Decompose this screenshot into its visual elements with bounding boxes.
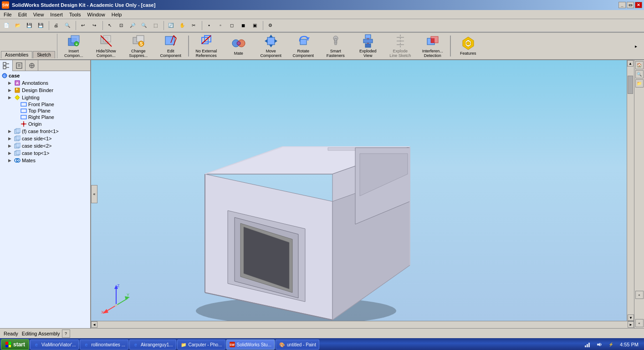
tree-case-front[interactable]: ▶ (f) case front<1>: [7, 128, 89, 135]
sound-icon[interactable]: [594, 340, 605, 350]
section-button[interactable]: ✂: [188, 21, 199, 31]
taskbar-item-paint[interactable]: 🎨 untitled - Paint: [276, 340, 319, 350]
expand-mates[interactable]: ▶: [8, 158, 13, 163]
taskbar-item-rollinon[interactable]: e rollinontwnties ...: [80, 340, 128, 350]
viewport-scrollbar-horizontal[interactable]: ◄ ►: [91, 321, 634, 328]
svg-point-73: [23, 123, 25, 125]
property-manager-tab[interactable]: [13, 60, 26, 71]
expand-case-side2[interactable]: ▶: [8, 144, 13, 148]
minimize-button[interactable]: _: [618, 2, 626, 8]
expand-annotations[interactable]: ▶: [8, 81, 13, 85]
collapse-left-panel-button[interactable]: «: [91, 185, 97, 203]
pan-button[interactable]: ✋: [177, 21, 188, 31]
menu-tools[interactable]: Tools: [66, 11, 84, 18]
zoom-area-button[interactable]: ⬚: [150, 21, 161, 31]
display-style-4[interactable]: ◼: [238, 21, 249, 31]
tab-assemblies[interactable]: Assemblies: [1, 51, 32, 58]
tree-case-side2[interactable]: ▶ case side<2>: [7, 142, 89, 149]
tree-front-plane[interactable]: ▶ Front Plane: [14, 101, 89, 108]
viewport-3d[interactable]: Z X Y ▲ ▼ ◄ ►: [91, 60, 634, 328]
tree-right-plane[interactable]: ▶ Right Plane: [14, 114, 89, 120]
viewport-scrollbar-vertical[interactable]: ▲ ▼: [627, 60, 634, 328]
status-help-button[interactable]: ?: [62, 329, 70, 338]
right-btn-zoom[interactable]: 🔍: [635, 70, 644, 78]
tree-lighting[interactable]: ▶ Lighting: [7, 94, 89, 101]
select-button[interactable]: ↖: [104, 21, 115, 31]
scroll-left-button[interactable]: ◄: [91, 321, 97, 328]
scroll-thumb-v[interactable]: [628, 76, 633, 94]
taskbar-item-viaminor[interactable]: e ViaMinorViator'...: [30, 340, 79, 350]
cmd-interference-detection[interactable]: Interferen...Detection: [417, 34, 449, 58]
expand-design-binder[interactable]: ▶: [8, 88, 13, 93]
print-preview-button[interactable]: 🔍: [62, 21, 73, 31]
right-btn-home[interactable]: 🏠: [635, 61, 644, 69]
battery-icon[interactable]: ⚡: [607, 340, 615, 350]
display-style-3[interactable]: ◻: [226, 21, 237, 31]
open-button[interactable]: 📂: [12, 21, 23, 31]
menu-edit[interactable]: Edit: [15, 11, 30, 18]
scroll-right-button[interactable]: ►: [628, 321, 634, 328]
cmd-mate[interactable]: Mate: [223, 34, 255, 58]
print-button[interactable]: 🖨: [51, 21, 61, 31]
toolbar-sep-2: [74, 21, 76, 30]
cmd-insert-component[interactable]: + InsertCompon...: [58, 34, 90, 58]
tree-annotations[interactable]: ▶ A Annotations: [7, 79, 89, 87]
tree-origin[interactable]: ▶ Origin: [14, 120, 89, 128]
tree-mates[interactable]: ▶ Mates: [7, 157, 89, 164]
scroll-down-button[interactable]: ▼: [628, 314, 634, 321]
cmd-move-component[interactable]: MoveComponent: [255, 34, 287, 58]
cmd-features[interactable]: Features: [452, 34, 484, 58]
display-style-2[interactable]: ▫: [215, 21, 226, 31]
right-btn-collapse-top[interactable]: «: [635, 291, 644, 299]
redo-button[interactable]: ↪: [89, 21, 100, 31]
menu-window[interactable]: Window: [85, 11, 108, 18]
taskbar-item-akranger[interactable]: e Akrangerguy1...: [129, 340, 176, 350]
expand-case-top[interactable]: ▶: [8, 151, 13, 155]
menu-help[interactable]: Help: [109, 11, 125, 18]
display-style-1[interactable]: ▪: [204, 21, 215, 31]
save-button[interactable]: 💾: [24, 21, 35, 31]
options-button[interactable]: ⚙: [265, 21, 276, 31]
network-icon[interactable]: [581, 340, 592, 350]
cmd-edit-component[interactable]: EditComponent: [155, 34, 187, 58]
cmd-hide-show[interactable]: Hide/ShowCompon...: [90, 34, 122, 58]
zoom-in-button[interactable]: 🔎: [127, 21, 138, 31]
expand-case-front[interactable]: ▶: [8, 129, 13, 134]
configuration-manager-tab[interactable]: [26, 60, 38, 71]
tree-case-side1[interactable]: ▶ case side<1>: [7, 135, 89, 142]
explode-line-sketch-label: ExplodeLine Sketch: [389, 49, 411, 58]
save-all-button[interactable]: 💾: [35, 21, 46, 31]
cmd-no-external[interactable]: No ExternalReferences: [190, 34, 222, 58]
undo-button[interactable]: ↩: [77, 21, 88, 31]
right-btn-folder[interactable]: 📁: [635, 79, 644, 88]
cmd-exploded-view[interactable]: ExplodedView: [352, 34, 384, 58]
cmd-change-suppress[interactable]: S ChangeSuppres...: [123, 34, 154, 58]
right-btn-collapse-bottom[interactable]: «: [635, 319, 644, 327]
tree-design-binder[interactable]: ▶ Design Binder: [7, 87, 89, 94]
tree-top-plane[interactable]: ▶ Top Plane: [14, 108, 89, 114]
taskbar-item-carputer[interactable]: 📁 Carputer - Pho...: [177, 340, 225, 350]
menu-view[interactable]: View: [31, 11, 47, 18]
cmd-rotate-component[interactable]: RotateComponent: [287, 34, 319, 58]
expand-case-side1[interactable]: ▶: [8, 136, 13, 141]
zoom-fit-button[interactable]: ⊡: [116, 21, 127, 31]
scroll-up-button[interactable]: ▲: [627, 60, 634, 67]
cmd-explode-line-sketch[interactable]: ExplodeLine Sketch: [384, 34, 416, 58]
tree-root-case[interactable]: C case: [1, 72, 89, 79]
display-style-5[interactable]: ▣: [249, 21, 260, 31]
menu-file[interactable]: File: [1, 11, 15, 18]
taskbar-item-solidworks[interactable]: SW SolidWorks Stu...: [226, 340, 275, 350]
close-button[interactable]: ✕: [635, 2, 642, 8]
expand-lighting[interactable]: ▶: [8, 95, 13, 100]
tree-case-top[interactable]: ▶ case top<1>: [7, 149, 89, 157]
rotate-button[interactable]: 🔄: [165, 21, 176, 31]
toolbar-more-button[interactable]: ▸: [630, 42, 641, 50]
start-button[interactable]: start: [1, 339, 29, 350]
restore-button[interactable]: ▭: [627, 2, 634, 8]
zoom-out-button[interactable]: 🔍: [138, 21, 149, 31]
feature-tree-tab[interactable]: [0, 60, 13, 71]
menu-insert[interactable]: Insert: [47, 11, 66, 18]
new-button[interactable]: 📄: [1, 21, 12, 31]
cmd-smart-fasteners[interactable]: SmartFasteners: [320, 34, 352, 58]
tab-sketch[interactable]: Sketch: [33, 51, 55, 58]
